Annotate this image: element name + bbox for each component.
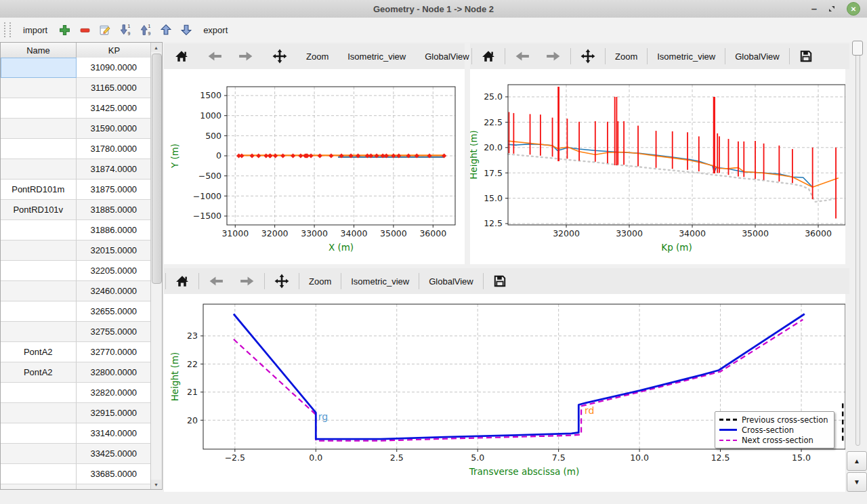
- cell-kp[interactable]: 32820.0000: [77, 383, 152, 403]
- vertical-splitter-plots[interactable]: [465, 42, 470, 264]
- global-view-button[interactable]: GlobalView: [727, 46, 788, 66]
- cell-name[interactable]: [1, 220, 77, 240]
- isometric-view-button[interactable]: Isometric_view: [339, 46, 414, 66]
- cell-name[interactable]: [1, 139, 77, 159]
- cell-kp[interactable]: 31885.0000: [77, 200, 152, 220]
- plan-view-canvas[interactable]: 3100032000330003400035000360001500100050…: [164, 69, 465, 264]
- back-button[interactable]: [200, 271, 232, 291]
- longitudinal-profile-canvas[interactable]: 320003300034000350003600025.022.520.017.…: [470, 69, 845, 264]
- cell-name[interactable]: [1, 484, 77, 489]
- column-header-kp[interactable]: KP: [77, 43, 152, 58]
- move-down-button[interactable]: [176, 20, 196, 39]
- cell-kp[interactable]: 31875.0000: [77, 180, 152, 200]
- cell-kp[interactable]: 32755.0000: [77, 322, 152, 342]
- zoom-button[interactable]: Zoom: [607, 46, 646, 66]
- cell-name[interactable]: [1, 119, 77, 139]
- cell-kp[interactable]: 33140.0000: [77, 423, 152, 444]
- import-button[interactable]: import: [16, 22, 54, 39]
- move-up-button[interactable]: [156, 20, 176, 39]
- zoom-button[interactable]: Zoom: [301, 271, 339, 291]
- sort-descending-button[interactable]: 1 9: [115, 20, 135, 39]
- zoom-button[interactable]: Zoom: [298, 46, 337, 66]
- cross-section-canvas[interactable]: −2.50.02.55.07.510.012.515.023222120Tran…: [164, 294, 845, 492]
- cell-name[interactable]: [1, 78, 77, 98]
- cell-name[interactable]: [1, 58, 77, 78]
- svg-text:1: 1: [128, 24, 131, 28]
- cell-kp[interactable]: 31780.0000: [77, 139, 152, 159]
- cell-kp[interactable]: 31090.0000: [77, 58, 152, 78]
- export-button[interactable]: export: [196, 22, 234, 39]
- minimize-button[interactable]: –: [811, 5, 817, 12]
- section-slider-thumb[interactable]: [852, 41, 863, 56]
- cell-name[interactable]: PontRD101v: [1, 200, 77, 220]
- arrow-down-icon: [180, 24, 192, 36]
- cell-kp[interactable]: 31590.0000: [77, 119, 152, 139]
- cell-name[interactable]: [1, 98, 77, 119]
- scrollbar-thumb[interactable]: [152, 54, 162, 284]
- plan-view-figure[interactable]: 3100032000330003400035000360001500100050…: [164, 69, 465, 264]
- isometric-view-button[interactable]: Isometric_view: [649, 46, 723, 66]
- save-button[interactable]: [485, 271, 515, 291]
- add-cross-section-button[interactable]: [54, 20, 75, 39]
- maximize-button[interactable]: [828, 5, 836, 13]
- back-button[interactable]: [507, 46, 538, 66]
- cell-name[interactable]: [1, 464, 77, 484]
- cell-name[interactable]: [1, 322, 77, 342]
- edit-cross-section-button[interactable]: [95, 20, 115, 39]
- cell-name[interactable]: [1, 240, 77, 261]
- cell-kp[interactable]: 31425.0000: [77, 98, 152, 119]
- next-section-button[interactable]: ▼: [847, 472, 867, 492]
- global-view-button[interactable]: GlobalView: [417, 46, 478, 66]
- scrollbar-up-button[interactable]: ▲: [151, 43, 161, 52]
- cross-section-figure[interactable]: −2.50.02.55.07.510.012.515.023222120Tran…: [164, 294, 845, 492]
- column-header-name[interactable]: Name: [1, 43, 77, 58]
- cell-kp[interactable]: [77, 484, 152, 489]
- cell-kp[interactable]: 33685.0000: [77, 464, 152, 484]
- cell-kp[interactable]: 32015.0000: [77, 240, 152, 261]
- remove-cross-section-button[interactable]: [75, 20, 95, 39]
- cell-kp[interactable]: 32460.0000: [77, 281, 152, 301]
- home-button[interactable]: [473, 46, 503, 66]
- forward-button[interactable]: [538, 46, 569, 66]
- table-scrollbar[interactable]: ▲ ▼: [150, 43, 162, 489]
- profile-figure[interactable]: 320003300034000350003600025.022.520.017.…: [470, 69, 845, 264]
- cell-name[interactable]: [1, 281, 77, 301]
- save-button[interactable]: [791, 46, 821, 66]
- cell-name[interactable]: [1, 403, 77, 423]
- cell-kp[interactable]: 32655.0000: [77, 301, 152, 322]
- global-view-button[interactable]: GlobalView: [421, 271, 482, 291]
- forward-button[interactable]: [232, 271, 263, 291]
- cell-kp[interactable]: 32770.0000: [77, 342, 152, 362]
- cell-kp[interactable]: 32800.0000: [77, 362, 152, 383]
- scrollbar-down-button[interactable]: ▼: [151, 480, 161, 489]
- cell-kp[interactable]: 31165.0000: [77, 78, 152, 98]
- cell-name[interactable]: PontA2: [1, 362, 77, 383]
- isometric-view-button[interactable]: Isometric_view: [343, 271, 417, 291]
- pan-button[interactable]: [572, 46, 604, 66]
- forward-button[interactable]: [230, 46, 261, 66]
- back-button[interactable]: [199, 46, 230, 66]
- cell-name[interactable]: [1, 159, 77, 180]
- cell-name[interactable]: [1, 383, 77, 403]
- cell-name[interactable]: [1, 261, 77, 281]
- previous-section-button[interactable]: ▲: [847, 451, 867, 471]
- close-button[interactable]: ✕: [847, 2, 860, 16]
- home-button[interactable]: [167, 271, 197, 291]
- cell-kp[interactable]: 33425.0000: [77, 444, 152, 464]
- cell-name[interactable]: PontA2: [1, 342, 77, 362]
- sort-ascending-button[interactable]: 1 9: [135, 20, 156, 39]
- pan-button[interactable]: [264, 46, 295, 66]
- toolbar-drag-handle[interactable]: [4, 22, 11, 37]
- cell-name[interactable]: [1, 301, 77, 322]
- title-bar[interactable]: Geometry - Node 1 -> Node 2 – ✕: [0, 0, 867, 18]
- cell-name[interactable]: [1, 423, 77, 444]
- pan-button[interactable]: [266, 271, 297, 291]
- cell-name[interactable]: PontRD101m: [1, 180, 77, 200]
- cell-name[interactable]: [1, 444, 77, 464]
- cell-kp[interactable]: 32915.0000: [77, 403, 152, 423]
- section-slider-track[interactable]: [855, 42, 860, 446]
- cell-kp[interactable]: 32205.0000: [77, 261, 152, 281]
- cell-kp[interactable]: 31874.0000: [77, 159, 152, 180]
- cell-kp[interactable]: 31886.0000: [77, 220, 152, 240]
- home-button[interactable]: [167, 46, 196, 66]
